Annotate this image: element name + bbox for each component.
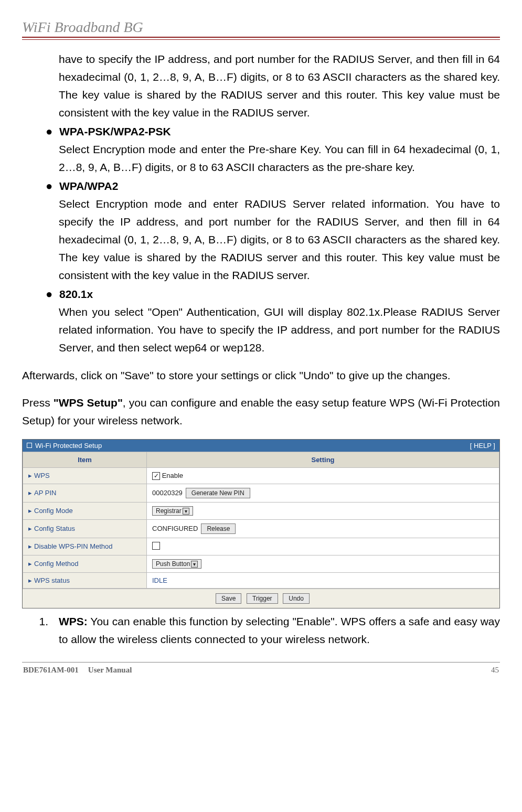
table-row: ▸Disable WPS-PIN Method xyxy=(23,538,499,555)
row-marker-icon: ▸ xyxy=(28,576,32,584)
save-button[interactable]: Save xyxy=(216,593,241,604)
row-label-disable-wps-pin: Disable WPS-PIN Method xyxy=(34,542,113,550)
table-row: ▸WPS status IDLE xyxy=(23,572,499,588)
row-label-appin: AP PIN xyxy=(34,489,56,497)
generate-new-pin-button[interactable]: Generate New PIN xyxy=(186,488,250,498)
row-label-config-status: Config Status xyxy=(34,525,75,532)
lead-paragraph: have to specify the IP address, and port… xyxy=(22,50,500,122)
list-number: 1. xyxy=(22,613,59,648)
config-status-value: CONFIGURED xyxy=(152,525,198,532)
header-divider xyxy=(22,37,500,40)
bullet2-heading: WPA/WPA2 xyxy=(59,177,118,195)
col-header-setting: Setting xyxy=(147,452,499,467)
table-row: ▸WPS ✓ Enable xyxy=(23,467,499,484)
numbered-list-item: 1. WPS: You can enable this function by … xyxy=(22,613,500,648)
config-method-select[interactable]: Push Button▾ xyxy=(152,559,201,569)
panel-icon xyxy=(27,443,32,448)
afterwards-paragraph: Afterwards, click on "Save" to store you… xyxy=(22,367,500,384)
wps-label-bold: WPS: xyxy=(59,615,88,627)
ap-pin-value: 00020329 xyxy=(152,489,183,497)
row-label-config-mode: Config Mode xyxy=(34,507,73,515)
row-marker-icon: ▸ xyxy=(28,507,32,515)
chevron-down-icon: ▾ xyxy=(191,561,198,568)
button-bar: Save Trigger Undo xyxy=(23,589,499,608)
wps-item-text: You can enable this function by selectin… xyxy=(59,615,500,645)
wps-enable-label: Enable xyxy=(162,472,183,479)
release-button[interactable]: Release xyxy=(201,523,236,534)
wps-settings-table: Item Setting ▸WPS ✓ Enable ▸AP PIN 00020… xyxy=(23,452,499,589)
wps-status-value: IDLE xyxy=(147,572,499,588)
chevron-down-icon: ▾ xyxy=(183,508,189,515)
wps-enable-checkbox[interactable]: ✓ xyxy=(152,472,160,480)
page-footer: BDE761AM-001 User Manual 45 xyxy=(22,662,500,675)
table-row: ▸AP PIN 00020329Generate New PIN xyxy=(23,484,499,502)
row-label-wps-status: WPS status xyxy=(34,576,70,584)
row-marker-icon: ▸ xyxy=(28,489,32,497)
row-marker-icon: ▸ xyxy=(28,542,32,550)
bullet2-body: Select Encryption mode and enter RADIUS … xyxy=(22,195,500,284)
row-label-config-method: Config Method xyxy=(34,560,79,568)
bullet-icon: ● xyxy=(46,285,59,303)
config-mode-value: Registrar xyxy=(156,507,182,515)
press-bold: "WPS Setup" xyxy=(54,397,123,409)
table-row: ▸Config Method Push Button▾ xyxy=(23,555,499,572)
help-link[interactable]: [ HELP ] xyxy=(470,442,495,450)
row-marker-icon: ▸ xyxy=(28,560,32,568)
config-mode-select[interactable]: Registrar▾ xyxy=(152,506,193,516)
table-row: ▸Config Mode Registrar▾ xyxy=(23,502,499,519)
bullet1-body: Select Encryption mode and enter the Pre… xyxy=(22,141,500,176)
table-header-row: Item Setting xyxy=(23,452,499,467)
bullet-icon: ● xyxy=(46,177,59,195)
row-marker-icon: ▸ xyxy=(28,472,32,479)
row-marker-icon: ▸ xyxy=(28,525,32,532)
footer-code: BDE761AM-001 xyxy=(23,666,79,675)
config-method-value: Push Button xyxy=(156,560,190,568)
table-row: ▸Config Status CONFIGUREDRelease xyxy=(23,519,499,538)
wps-setup-screenshot: Wi-Fi Protected Setup [ HELP ] Item Sett… xyxy=(22,439,500,608)
bullet-icon: ● xyxy=(46,123,59,141)
undo-button[interactable]: Undo xyxy=(283,593,310,604)
panel-titlebar: Wi-Fi Protected Setup [ HELP ] xyxy=(23,440,499,452)
row-label-wps: WPS xyxy=(34,472,50,479)
footer-label: User Manual xyxy=(88,666,132,675)
press-wps-paragraph: Press "WPS Setup", you can configure and… xyxy=(22,394,500,430)
col-header-item: Item xyxy=(23,452,147,467)
bullet3-body: When you select "Open" Authentication, G… xyxy=(22,303,500,357)
trigger-button[interactable]: Trigger xyxy=(247,593,278,604)
page-number: 45 xyxy=(491,666,499,675)
disable-wps-pin-checkbox[interactable] xyxy=(152,542,160,550)
doc-header-title: WiFi Broadband BG xyxy=(22,19,500,37)
press-prefix: Press xyxy=(22,397,54,409)
panel-title: Wi-Fi Protected Setup xyxy=(35,442,102,450)
bullet3-heading: 820.1x xyxy=(59,285,93,303)
bullet1-heading: WPA-PSK/WPA2-PSK xyxy=(59,123,171,141)
